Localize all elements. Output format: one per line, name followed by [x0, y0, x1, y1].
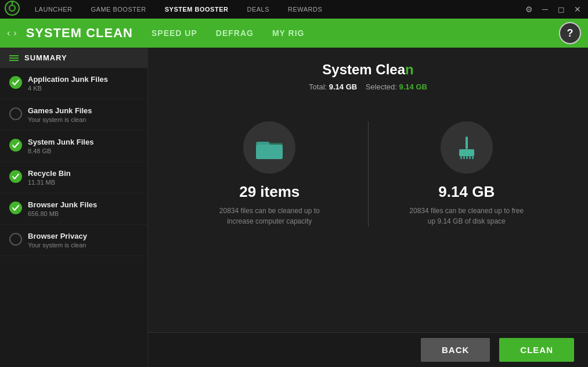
sidebar: SUMMARY Application Junk Files 4 KB Game…	[0, 48, 148, 367]
item-info-5: Browser Privacy Your system is clean	[28, 232, 87, 249]
svg-rect-5	[256, 145, 283, 159]
forward-arrow[interactable]: ›	[13, 28, 16, 38]
stat-value-gb: 9.14 GB	[438, 183, 495, 201]
back-arrow[interactable]: ‹	[7, 28, 10, 38]
check-circle-1	[9, 107, 22, 120]
tab-links: SPEED UP DEFRAG MY RIG	[151, 28, 304, 38]
item-name-2: System Junk Files	[28, 138, 93, 146]
item-detail-2: 8.48 GB	[28, 147, 93, 154]
clean-button[interactable]: CLEAN	[499, 338, 574, 362]
check-circle-0	[9, 76, 22, 89]
sidebar-item-recycle-bin[interactable]: Recycle Bin 11.31 MB	[0, 162, 147, 193]
svg-rect-10	[466, 156, 468, 159]
nav-rewards[interactable]: REWARDS	[279, 0, 331, 19]
item-detail-5: Your system is clean	[28, 242, 87, 249]
summary-label: SUMMARY	[24, 53, 67, 62]
item-name-5: Browser Privacy	[28, 232, 87, 240]
total-label: Total:	[309, 82, 327, 91]
content-inner: System Clean Total: 9.14 GB Selected: 9.…	[148, 48, 588, 332]
item-info-0: Application Junk Files 4 KB	[28, 75, 108, 92]
check-circle-3	[9, 170, 22, 183]
back-button[interactable]: BACK	[421, 338, 490, 362]
item-detail-1: Your system is clean	[28, 116, 92, 123]
item-name-1: Games Junk Files	[28, 106, 92, 115]
top-nav: ‹ › SYSTEM CLEAN SPEED UP DEFRAG MY RIG …	[0, 19, 588, 48]
broom-icon-circle	[441, 121, 493, 174]
nav-links: LAUNCHER GAME BOOSTER SYSTEM BOOSTER DEA…	[26, 0, 523, 19]
item-info-4: Browser Junk Files 656.80 MB	[28, 200, 97, 217]
check-circle-5	[9, 233, 22, 246]
item-name-3: Recycle Bin	[28, 169, 71, 178]
settings-button[interactable]: ⚙	[523, 3, 535, 15]
stats-row: 29 items 20834 files can be cleaned up t…	[148, 110, 588, 238]
close-button[interactable]: ✕	[572, 3, 583, 15]
selected-label: Selected:	[366, 82, 397, 91]
nav-system-booster[interactable]: SYSTEM BOOSTER	[156, 0, 238, 19]
nav-launcher[interactable]: LAUNCHER	[26, 0, 82, 19]
stat-desc-gb: 20834 files can be cleaned up to free up…	[409, 206, 525, 226]
sidebar-item-system-junk[interactable]: System Junk Files 8.48 GB	[0, 131, 147, 162]
svg-rect-8	[460, 156, 462, 159]
content-area: System Clean Total: 9.14 GB Selected: 9.…	[148, 48, 588, 367]
summary-header: SUMMARY	[0, 48, 147, 68]
sidebar-items: Application Junk Files 4 KB Games Junk F…	[0, 68, 147, 367]
item-detail-4: 656.80 MB	[28, 210, 97, 217]
help-button[interactable]: ?	[559, 22, 581, 44]
main-area: SUMMARY Application Junk Files 4 KB Game…	[0, 48, 588, 367]
stat-block-gb: 9.14 GB 20834 files can be cleaned up to…	[369, 110, 565, 238]
check-circle-4	[9, 202, 22, 214]
svg-rect-12	[472, 156, 474, 159]
title-bar: LAUNCHER GAME BOOSTER SYSTEM BOOSTER DEA…	[0, 0, 588, 19]
selected-value: 9.14 GB	[399, 82, 427, 91]
item-detail-3: 11.31 MB	[28, 179, 71, 186]
nav-arrows: ‹ ›	[7, 28, 17, 38]
check-circle-2	[9, 139, 22, 152]
item-info-1: Games Junk Files Your system is clean	[28, 106, 92, 123]
nav-game-booster[interactable]: GAME BOOSTER	[82, 0, 156, 19]
total-value: 9.14 GB	[329, 82, 357, 91]
app-logo	[5, 1, 20, 18]
tab-my-rig[interactable]: MY RIG	[272, 28, 305, 38]
sidebar-item-browser-privacy[interactable]: Browser Privacy Your system is clean	[0, 225, 147, 256]
folder-icon-circle	[243, 121, 295, 174]
stat-block-items: 29 items 20834 files can be cleaned up t…	[171, 110, 368, 238]
stat-value-items: 29 items	[239, 183, 300, 201]
item-name-0: Application Junk Files	[28, 75, 108, 84]
restore-button[interactable]: ◻	[555, 3, 567, 15]
item-info-3: Recycle Bin 11.31 MB	[28, 169, 71, 186]
tab-defrag[interactable]: DEFRAG	[216, 28, 254, 38]
sidebar-item-browser-junk[interactable]: Browser Junk Files 656.80 MB	[0, 193, 147, 225]
svg-rect-7	[459, 149, 474, 156]
nav-deals[interactable]: DEALS	[237, 0, 279, 19]
sidebar-item-application-junk[interactable]: Application Junk Files 4 KB	[0, 68, 147, 99]
stat-desc-items: 20834 files can be cleaned up to increas…	[211, 206, 327, 226]
svg-rect-11	[469, 156, 471, 159]
window-controls: ⚙ ─ ◻ ✕	[523, 3, 583, 15]
sidebar-item-games-junk[interactable]: Games Junk Files Your system is clean	[0, 99, 147, 131]
page-title: SYSTEM CLEAN	[26, 26, 133, 41]
item-detail-0: 4 KB	[28, 85, 108, 92]
bottom-bar: BACK CLEAN	[148, 332, 588, 367]
summary-icon	[9, 55, 19, 61]
svg-rect-9	[463, 156, 465, 159]
item-info-2: System Junk Files 8.48 GB	[28, 138, 93, 154]
content-title: System Clean	[322, 62, 413, 78]
minimize-button[interactable]: ─	[539, 3, 551, 15]
item-name-4: Browser Junk Files	[28, 200, 97, 209]
svg-rect-6	[466, 136, 468, 149]
tab-speed-up[interactable]: SPEED UP	[151, 28, 197, 38]
content-subtitle: Total: 9.14 GB Selected: 9.14 GB	[309, 82, 427, 91]
